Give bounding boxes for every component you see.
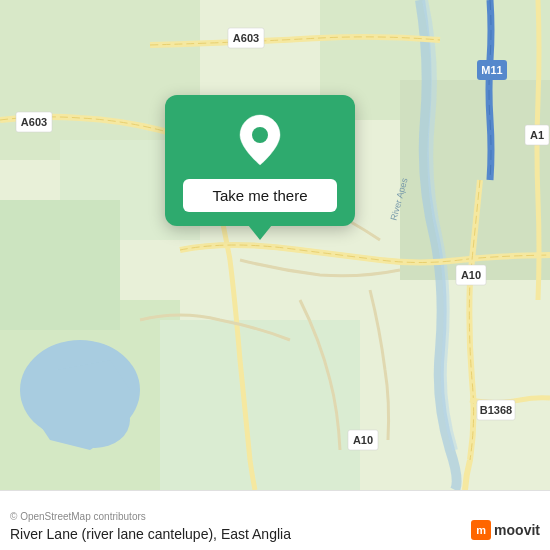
map-container: A603 A603 M11 A1 A10 A10 B1368 River Ape… [0, 0, 550, 490]
location-label: River Lane (river lane cantelupe), East … [0, 524, 550, 546]
svg-rect-6 [160, 320, 360, 490]
copyright-text: © OpenStreetMap contributors [0, 507, 550, 524]
bottom-bar: © OpenStreetMap contributors River Lane … [0, 490, 550, 550]
location-pin-icon [233, 113, 287, 167]
moovit-icon: m [471, 520, 491, 540]
svg-text:A10: A10 [461, 269, 481, 281]
svg-text:A603: A603 [21, 116, 47, 128]
svg-text:B1368: B1368 [480, 404, 512, 416]
svg-text:A10: A10 [353, 434, 373, 446]
svg-text:M11: M11 [481, 64, 502, 76]
svg-text:A1: A1 [530, 129, 544, 141]
moovit-name: moovit [494, 522, 540, 538]
svg-rect-7 [0, 200, 120, 330]
popup-card: Take me there [165, 95, 355, 226]
svg-point-26 [252, 127, 268, 143]
svg-text:A603: A603 [233, 32, 259, 44]
moovit-logo: m moovit [471, 520, 540, 540]
take-me-there-button[interactable]: Take me there [183, 179, 337, 212]
